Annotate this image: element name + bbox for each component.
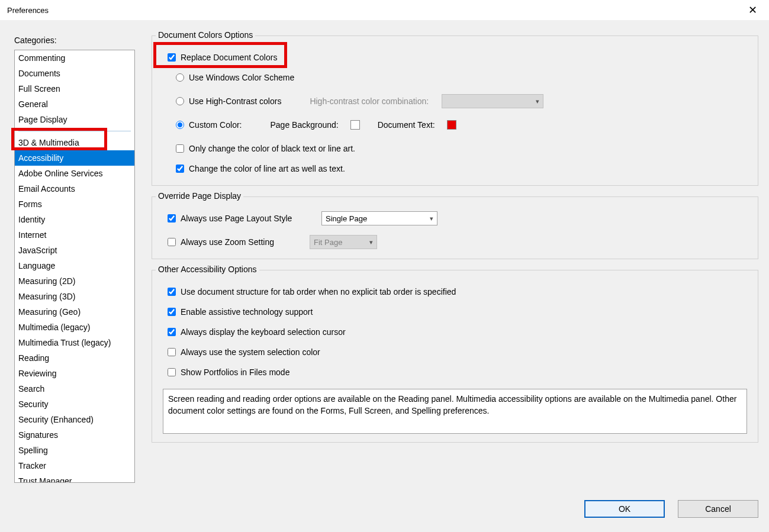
- category-item[interactable]: Page Display: [15, 112, 134, 127]
- assistive-tech-label: Enable assistive technology support: [181, 307, 313, 317]
- only-black-label: Only change the color of black text or l…: [189, 144, 355, 153]
- category-item[interactable]: Documents: [15, 66, 134, 81]
- category-item[interactable]: General: [15, 96, 134, 112]
- use-windows-radio[interactable]: [176, 73, 184, 82]
- category-item[interactable]: Security (Enhanced): [15, 412, 134, 427]
- category-item[interactable]: Measuring (Geo): [15, 304, 134, 320]
- category-item[interactable]: Trust Manager: [15, 473, 134, 483]
- zoom-value: Fit Page: [314, 238, 342, 247]
- category-item[interactable]: Commenting: [15, 50, 134, 66]
- replace-doc-colors-label: Replace Document Colors: [181, 53, 277, 62]
- use-highcontrast-radio[interactable]: [176, 97, 184, 105]
- group-title: Other Accessibility Options: [156, 265, 259, 274]
- info-text: Screen reading and reading order options…: [163, 389, 747, 434]
- custom-color-radio[interactable]: [176, 121, 184, 129]
- close-icon[interactable]: ✕: [744, 2, 762, 18]
- zoom-combo: Fit Page ▾: [310, 235, 377, 249]
- high-contrast-combo: ▾: [442, 94, 543, 108]
- body: Categories: Commenting Documents Full Sc…: [0, 20, 769, 532]
- category-item[interactable]: Measuring (3D): [15, 289, 134, 304]
- category-item[interactable]: Adobe Online Services: [15, 166, 134, 181]
- category-item[interactable]: Identity: [15, 212, 134, 227]
- group-title: Override Page Display: [156, 191, 243, 201]
- document-text-swatch[interactable]: [447, 120, 456, 130]
- category-item[interactable]: 3D & Multimedia: [15, 135, 134, 150]
- chevron-down-icon: ▾: [536, 98, 539, 105]
- window-title: Preferences: [7, 6, 49, 15]
- category-item[interactable]: JavaScript: [15, 243, 134, 258]
- system-selection-color-label: Always use the system selection color: [181, 347, 320, 357]
- system-selection-color-checkbox[interactable]: [168, 348, 176, 356]
- cancel-button[interactable]: Cancel: [678, 500, 758, 518]
- category-separator: [18, 131, 131, 131]
- page-background-swatch[interactable]: [350, 120, 360, 130]
- chevron-down-icon: ▾: [369, 238, 373, 246]
- category-item[interactable]: Internet: [15, 227, 134, 243]
- portfolios-files-mode-checkbox[interactable]: [168, 368, 176, 376]
- category-item[interactable]: Email Accounts: [15, 181, 134, 196]
- page-layout-combo[interactable]: Single Page ▾: [321, 211, 437, 225]
- sidebar: Categories: Commenting Documents Full Sc…: [14, 36, 135, 531]
- always-zoom-label: Always use Zoom Setting: [181, 237, 305, 247]
- only-black-checkbox[interactable]: [176, 144, 184, 153]
- category-item[interactable]: Spelling: [15, 443, 134, 458]
- chevron-down-icon: ▾: [430, 215, 433, 223]
- category-item[interactable]: Reading: [15, 350, 134, 366]
- category-item[interactable]: Tracker: [15, 458, 134, 473]
- keyboard-cursor-checkbox[interactable]: [168, 328, 176, 336]
- category-item[interactable]: Forms: [15, 196, 134, 212]
- line-art-label: Change the color of line art as well as …: [189, 164, 345, 173]
- document-text-label: Document Text:: [378, 120, 435, 130]
- custom-color-label: Custom Color:: [189, 120, 242, 130]
- category-item[interactable]: Multimedia (legacy): [15, 320, 134, 335]
- category-item[interactable]: Multimedia Trust (legacy): [15, 335, 134, 350]
- use-windows-label: Use Windows Color Scheme: [189, 73, 294, 82]
- tab-order-label: Use document structure for tab order whe…: [181, 287, 456, 296]
- category-item[interactable]: Measuring (2D): [15, 273, 134, 289]
- dialog-footer: OK Cancel: [584, 500, 758, 518]
- main-panel: Document Colors Options Replace Document…: [152, 36, 758, 531]
- page-background-label: Page Background:: [270, 120, 338, 130]
- assistive-tech-checkbox[interactable]: [168, 308, 176, 316]
- category-item[interactable]: Reviewing: [15, 366, 134, 381]
- categories-heading: Categories:: [14, 36, 135, 45]
- category-item[interactable]: Full Screen: [15, 81, 134, 96]
- category-item[interactable]: Signatures: [15, 427, 134, 443]
- always-page-layout-checkbox[interactable]: [168, 214, 176, 223]
- always-zoom-checkbox[interactable]: [168, 238, 176, 246]
- replace-doc-colors-checkbox[interactable]: [168, 53, 176, 62]
- other-accessibility-group: Other Accessibility Options Use document…: [152, 270, 758, 443]
- high-contrast-combo-label: High-contrast color combination:: [310, 96, 429, 106]
- document-colors-group: Document Colors Options Replace Document…: [152, 36, 758, 186]
- category-item[interactable]: Security: [15, 396, 134, 412]
- preferences-window: Preferences ✕ Categories: Commenting Doc…: [0, 0, 769, 532]
- always-page-layout-label: Always use Page Layout Style: [181, 214, 317, 223]
- category-item[interactable]: Language: [15, 258, 134, 273]
- keyboard-cursor-label: Always display the keyboard selection cu…: [181, 327, 346, 337]
- line-art-checkbox[interactable]: [176, 165, 184, 173]
- titlebar: Preferences ✕: [0, 0, 769, 20]
- use-highcontrast-label: Use High-Contrast colors: [189, 96, 281, 106]
- category-item-accessibility[interactable]: Accessibility: [15, 150, 134, 166]
- override-page-display-group: Override Page Display Always use Page La…: [152, 196, 758, 259]
- ok-button[interactable]: OK: [584, 500, 665, 518]
- category-item[interactable]: Search: [15, 381, 134, 396]
- portfolios-files-mode-label: Show Portfolios in Files mode: [181, 367, 289, 377]
- tab-order-checkbox[interactable]: [168, 288, 176, 296]
- group-title: Document Colors Options: [156, 30, 255, 40]
- page-layout-value: Single Page: [326, 214, 367, 223]
- categories-list[interactable]: Commenting Documents Full Screen General…: [14, 50, 135, 483]
